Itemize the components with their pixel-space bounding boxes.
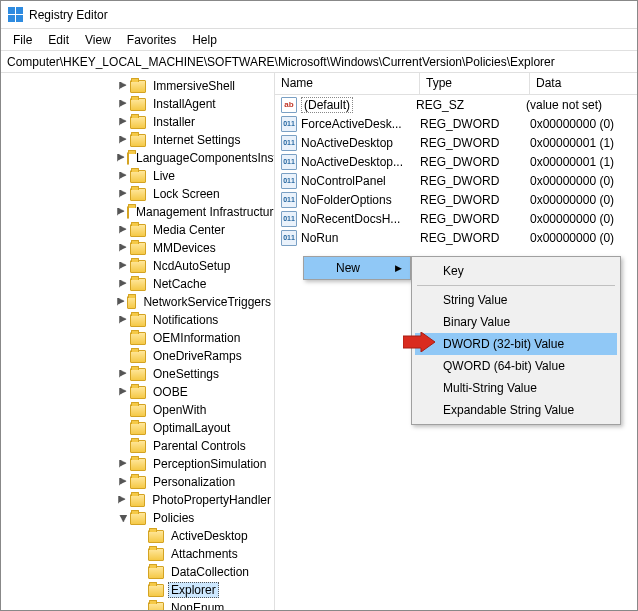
dword-value-icon: 011	[281, 230, 297, 246]
tree-item[interactable]: ⯈LanguageComponentsInstaller	[1, 149, 274, 167]
no-expand-icon	[135, 566, 147, 578]
context-item[interactable]: Multi-String Value	[415, 377, 617, 399]
value-data: 0x00000000 (0)	[530, 231, 637, 245]
tree-item[interactable]: ⯈InstallAgent	[1, 95, 274, 113]
folder-icon	[148, 548, 164, 561]
value-row[interactable]: 011NoActiveDesktop...REG_DWORD0x00000001…	[275, 152, 637, 171]
tree-item[interactable]: ⯈OOBE	[1, 383, 274, 401]
tree-item-label: OneSettings	[150, 366, 222, 382]
expand-icon[interactable]: ⯈	[117, 476, 129, 488]
no-expand-icon	[135, 584, 147, 596]
tree-item[interactable]: ⯈MMDevices	[1, 239, 274, 257]
tree-item[interactable]: ⯈NetCache	[1, 275, 274, 293]
context-item[interactable]: Expandable String Value	[415, 399, 617, 421]
value-row[interactable]: 011ForceActiveDesk...REG_DWORD0x00000000…	[275, 114, 637, 133]
context-item-new[interactable]: New ▶	[304, 257, 410, 279]
value-row[interactable]: 011NoActiveDesktopREG_DWORD0x00000001 (1…	[275, 133, 637, 152]
expand-icon[interactable]: ⯈	[117, 368, 129, 380]
context-menu-parent[interactable]: New ▶	[303, 256, 411, 280]
context-item[interactable]: Key	[415, 260, 617, 282]
expand-icon[interactable]: ⯈	[117, 242, 129, 254]
tree-item[interactable]: Parental Controls	[1, 437, 274, 455]
expand-icon[interactable]: ⯈	[117, 278, 129, 290]
expand-icon[interactable]: ⯈	[117, 206, 126, 218]
string-value-icon: ab	[281, 97, 297, 113]
menu-edit[interactable]: Edit	[40, 31, 77, 49]
col-header-name[interactable]: Name	[275, 73, 420, 94]
folder-icon	[130, 332, 146, 345]
expand-icon[interactable]: ⯈	[117, 152, 126, 164]
expand-icon[interactable]: ⯈	[117, 224, 129, 236]
tree-item[interactable]: ⯈Installer	[1, 113, 274, 131]
value-row[interactable]: 011NoRunREG_DWORD0x00000000 (0)	[275, 228, 637, 247]
tree-item[interactable]: ⯈Media Center	[1, 221, 274, 239]
tree-item[interactable]: ⯈PerceptionSimulation	[1, 455, 274, 473]
value-type: REG_DWORD	[420, 231, 530, 245]
tree-item[interactable]: Explorer	[1, 581, 274, 599]
address-bar[interactable]: Computer\HKEY_LOCAL_MACHINE\SOFTWARE\Mic…	[1, 51, 637, 73]
value-data: 0x00000000 (0)	[530, 193, 637, 207]
value-name: NoFolderOptions	[301, 193, 420, 207]
tree-item[interactable]: OneDriveRamps	[1, 347, 274, 365]
tree-item[interactable]: Attachments	[1, 545, 274, 563]
folder-icon	[130, 188, 146, 201]
tree-item[interactable]: OpenWith	[1, 401, 274, 419]
expand-icon[interactable]: ⯈	[117, 494, 129, 506]
folder-icon	[130, 224, 146, 237]
tree-item-label: Attachments	[168, 546, 241, 562]
col-header-data[interactable]: Data	[530, 73, 637, 94]
expand-icon[interactable]: ⯈	[117, 80, 129, 92]
tree-item[interactable]: OEMInformation	[1, 329, 274, 347]
menu-favorites[interactable]: Favorites	[119, 31, 184, 49]
expand-icon[interactable]: ⯈	[117, 260, 129, 272]
value-row[interactable]: 011NoRecentDocsH...REG_DWORD0x00000000 (…	[275, 209, 637, 228]
tree-item[interactable]: ⯈Lock Screen	[1, 185, 274, 203]
menu-help[interactable]: Help	[184, 31, 225, 49]
expand-icon[interactable]: ⯈	[117, 458, 129, 470]
tree-item[interactable]: ⯈OneSettings	[1, 365, 274, 383]
collapse-icon[interactable]: ⯆	[117, 512, 129, 524]
menu-view[interactable]: View	[77, 31, 119, 49]
value-row[interactable]: 011NoFolderOptionsREG_DWORD0x00000000 (0…	[275, 190, 637, 209]
expand-icon[interactable]: ⯈	[117, 314, 129, 326]
tree-item[interactable]: ⯈Management Infrastructure	[1, 203, 274, 221]
menu-file[interactable]: File	[5, 31, 40, 49]
tree-item[interactable]: ⯈NetworkServiceTriggers	[1, 293, 274, 311]
value-data: 0x00000000 (0)	[530, 212, 637, 226]
tree-item[interactable]: ⯈Internet Settings	[1, 131, 274, 149]
tree-item[interactable]: OptimalLayout	[1, 419, 274, 437]
tree-item[interactable]: ⯈Personalization	[1, 473, 274, 491]
expand-icon[interactable]: ⯈	[117, 188, 129, 200]
tree-item[interactable]: ⯈ImmersiveShell	[1, 77, 274, 95]
tree-item[interactable]: ActiveDesktop	[1, 527, 274, 545]
tree-item[interactable]: NonEnum	[1, 599, 274, 610]
expand-icon[interactable]: ⯈	[117, 98, 129, 110]
expand-icon[interactable]: ⯈	[117, 134, 129, 146]
expand-icon[interactable]: ⯈	[117, 116, 129, 128]
context-item[interactable]: QWORD (64-bit) Value	[415, 355, 617, 377]
callout-arrow-icon	[403, 332, 435, 352]
folder-icon	[130, 116, 146, 129]
expand-icon[interactable]: ⯈	[117, 170, 129, 182]
tree-item[interactable]: ⯈PhotoPropertyHandler	[1, 491, 274, 509]
tree-item[interactable]: DataCollection	[1, 563, 274, 581]
value-row[interactable]: ab(Default)REG_SZ(value not set)	[275, 95, 637, 114]
tree-item[interactable]: ⯈Notifications	[1, 311, 274, 329]
value-row[interactable]: 011NoControlPanelREG_DWORD0x00000000 (0)	[275, 171, 637, 190]
folder-icon	[130, 386, 146, 399]
context-item[interactable]: String Value	[415, 289, 617, 311]
context-item[interactable]: DWORD (32-bit) Value	[415, 333, 617, 355]
titlebar[interactable]: Registry Editor	[1, 1, 637, 29]
context-item-label: New	[336, 261, 360, 275]
tree-pane[interactable]: ⯈ImmersiveShell⯈InstallAgent⯈Installer⯈I…	[1, 73, 275, 610]
context-item[interactable]: Binary Value	[415, 311, 617, 333]
tree-item[interactable]: ⯈Live	[1, 167, 274, 185]
context-submenu-new[interactable]: KeyString ValueBinary ValueDWORD (32-bit…	[411, 256, 621, 425]
col-header-type[interactable]: Type	[420, 73, 530, 94]
expand-icon[interactable]: ⯈	[117, 296, 126, 308]
tree-item[interactable]: ⯆Policies	[1, 509, 274, 527]
no-expand-icon	[117, 332, 129, 344]
tree-item[interactable]: ⯈NcdAutoSetup	[1, 257, 274, 275]
dword-value-icon: 011	[281, 154, 297, 170]
expand-icon[interactable]: ⯈	[117, 386, 129, 398]
